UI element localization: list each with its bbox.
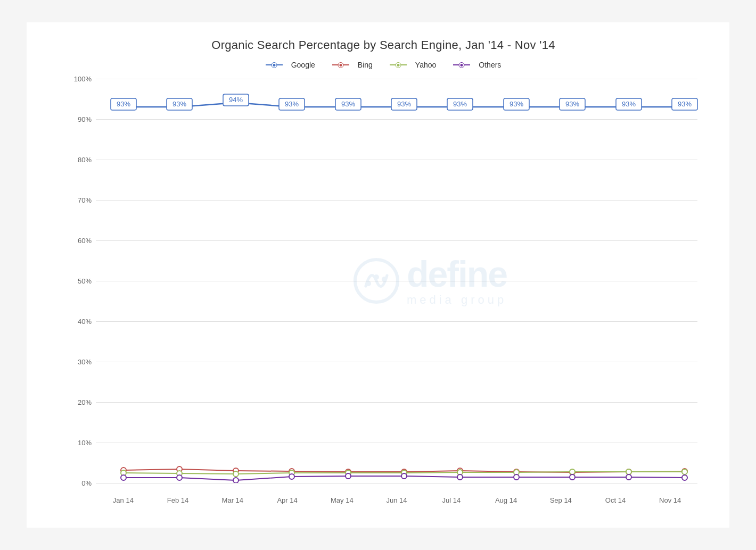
- svg-text:93%: 93%: [117, 100, 130, 108]
- x-axis: Jan 14 Feb 14 Mar 14 Apr 14 May 14 Jun 1…: [96, 496, 697, 504]
- svg-point-62: [289, 474, 294, 479]
- svg-point-68: [626, 474, 631, 480]
- svg-point-57: [626, 469, 631, 474]
- svg-point-50: [233, 471, 239, 477]
- x-label-aug14: Aug 14: [479, 496, 533, 504]
- svg-point-67: [570, 474, 575, 480]
- legend-label-yahoo: Yahoo: [415, 61, 436, 69]
- y-label-40: 40%: [78, 318, 92, 326]
- chart-title: Organic Search Percentage by Search Engi…: [69, 38, 697, 52]
- svg-text:93%: 93%: [397, 100, 411, 108]
- svg-point-63: [346, 473, 351, 479]
- x-label-oct14: Oct 14: [588, 496, 643, 504]
- y-label-50: 50%: [78, 277, 92, 285]
- chart-svg: 93% 93% 94% 93% 93% 93% 93%: [96, 79, 713, 483]
- legend-item-bing: Bing: [332, 61, 373, 69]
- legend-label-google: Google: [291, 61, 315, 69]
- chart-legend: Google Bing Yahoo Others: [69, 61, 697, 69]
- svg-text:93%: 93%: [341, 100, 355, 108]
- svg-text:93%: 93%: [285, 100, 299, 108]
- x-label-sep14: Sep 14: [533, 496, 588, 504]
- chart-container: Organic Search Percentage by Search Engi…: [27, 22, 729, 528]
- svg-text:93%: 93%: [678, 100, 692, 108]
- svg-point-59: [121, 475, 126, 480]
- x-label-mar14: Mar 14: [205, 496, 260, 504]
- svg-text:94%: 94%: [229, 96, 243, 104]
- svg-text:93%: 93%: [453, 100, 467, 108]
- y-label-90: 90%: [78, 115, 92, 123]
- x-label-feb14: Feb 14: [151, 496, 206, 504]
- y-label-30: 30%: [78, 358, 92, 366]
- svg-point-66: [514, 474, 519, 480]
- svg-text:93%: 93%: [172, 100, 186, 108]
- chart-area: 100% 90% 80% 70% 60% 50% 40% 30% 20% 10%…: [69, 79, 697, 483]
- y-label-60: 60%: [78, 237, 92, 245]
- x-label-nov14: Nov 14: [643, 496, 697, 504]
- legend-item-google: Google: [266, 61, 315, 69]
- svg-point-65: [457, 474, 463, 480]
- svg-text:93%: 93%: [510, 100, 523, 108]
- svg-point-56: [570, 469, 575, 474]
- legend-item-yahoo: Yahoo: [390, 61, 436, 69]
- svg-point-61: [233, 478, 239, 483]
- y-label-80: 80%: [78, 156, 92, 164]
- y-label-70: 70%: [78, 196, 92, 204]
- x-label-jul14: Jul 14: [424, 496, 479, 504]
- y-axis: 100% 90% 80% 70% 60% 50% 40% 30% 20% 10%…: [69, 79, 96, 483]
- x-label-apr14: Apr 14: [260, 496, 315, 504]
- x-label-jun14: Jun 14: [369, 496, 424, 504]
- y-label-10: 10%: [78, 439, 92, 447]
- legend-item-others: Others: [453, 61, 501, 69]
- x-label-may14: May 14: [315, 496, 369, 504]
- legend-label-bing: Bing: [358, 61, 373, 69]
- legend-label-others: Others: [479, 61, 501, 69]
- svg-point-58: [682, 469, 687, 474]
- svg-text:93%: 93%: [565, 100, 579, 108]
- svg-point-60: [177, 475, 182, 480]
- y-label-20: 20%: [78, 398, 92, 406]
- svg-point-69: [682, 475, 687, 480]
- svg-point-64: [401, 473, 407, 479]
- y-label-0: 0%: [81, 479, 92, 487]
- x-label-jan14: Jan 14: [96, 496, 151, 504]
- y-label-100: 100%: [74, 75, 92, 83]
- svg-text:93%: 93%: [622, 100, 636, 108]
